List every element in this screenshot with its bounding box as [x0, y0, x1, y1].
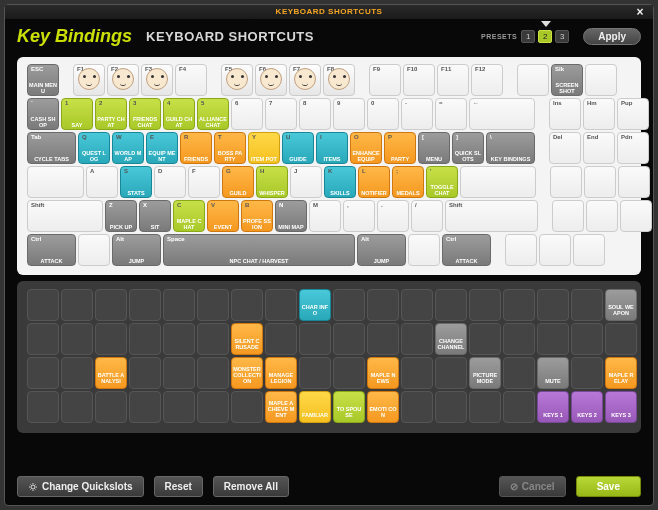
key-0[interactable]: 0 — [367, 98, 399, 130]
unbound-maple-achieve-ment[interactable]: MAPLE ACHIEVE MENT — [265, 391, 297, 423]
apply-button[interactable]: Apply — [583, 28, 641, 45]
key-G[interactable]: GGUILD — [222, 166, 254, 198]
key-3[interactable]: 3FRIENDS CHAT — [129, 98, 161, 130]
unbound-empty[interactable] — [469, 391, 501, 423]
unbound-empty[interactable] — [435, 391, 467, 423]
unbound-empty[interactable] — [231, 391, 263, 423]
key-blank[interactable] — [552, 200, 584, 232]
preset-slot-3[interactable]: 3 — [555, 30, 569, 43]
unbound-empty[interactable] — [163, 357, 195, 389]
unbound-empty[interactable] — [163, 289, 195, 321]
key-Ctrl[interactable]: CtrlATTACK — [27, 234, 76, 266]
unbound-empty[interactable] — [401, 391, 433, 423]
unbound-empty[interactable] — [197, 289, 229, 321]
key-F4[interactable]: F4 — [175, 64, 207, 96]
key-Alt[interactable]: AltJUMP — [357, 234, 406, 266]
unbound-empty[interactable] — [129, 323, 161, 355]
unbound-keys-3[interactable]: KEYS 3 — [605, 391, 637, 423]
key-blank[interactable] — [586, 200, 618, 232]
key-F10[interactable]: F10 — [403, 64, 435, 96]
unbound-empty[interactable] — [299, 357, 331, 389]
key-F9[interactable]: F9 — [369, 64, 401, 96]
unbound-empty[interactable] — [95, 391, 127, 423]
key-blank[interactable] — [620, 200, 652, 232]
key-K[interactable]: KSKILLS — [324, 166, 356, 198]
key-[[interactable]: [MENU — [418, 132, 450, 164]
unbound-silent-crusade[interactable]: SILENT CRUSADE — [231, 323, 263, 355]
key-E[interactable]: EEQUIP MENT — [146, 132, 178, 164]
unbound-empty[interactable] — [27, 357, 59, 389]
key-.[interactable]: . — [377, 200, 409, 232]
key-8[interactable]: 8 — [299, 98, 331, 130]
unbound-monster-collection[interactable]: MONSTER COLLECTION — [231, 357, 263, 389]
key-X[interactable]: XSIT — [139, 200, 171, 232]
key-Shift[interactable]: Shift — [27, 200, 103, 232]
key-R[interactable]: RFRIENDS — [180, 132, 212, 164]
unbound-empty[interactable] — [129, 289, 161, 321]
unbound-manage-legion[interactable]: MANAGE LEGION — [265, 357, 297, 389]
key-F8[interactable]: F8 — [323, 64, 355, 96]
key-Del[interactable]: Del — [549, 132, 581, 164]
unbound-familiar[interactable]: FAMILIAR — [299, 391, 331, 423]
unbound-empty[interactable] — [61, 289, 93, 321]
unbound-empty[interactable] — [299, 323, 331, 355]
unbound-change-channel[interactable]: CHANGE CHANNEL — [435, 323, 467, 355]
unbound-empty[interactable] — [401, 323, 433, 355]
unbound-empty[interactable] — [129, 391, 161, 423]
key-1[interactable]: 1SAY — [61, 98, 93, 130]
key-J[interactable]: J — [290, 166, 322, 198]
unbound-empty[interactable] — [435, 289, 467, 321]
unbound-empty[interactable] — [95, 323, 127, 355]
key-7[interactable]: 7 — [265, 98, 297, 130]
key-\[interactable]: \KEY BINDINGS — [486, 132, 535, 164]
key-End[interactable]: End — [583, 132, 615, 164]
unbound-empty[interactable] — [95, 289, 127, 321]
unbound-empty[interactable] — [197, 357, 229, 389]
key-Pup[interactable]: Pup — [617, 98, 649, 130]
key-`[interactable]: `CASH SHOP — [27, 98, 59, 130]
key-blank[interactable] — [539, 234, 571, 266]
unbound-maple-news[interactable]: MAPLE NEWS — [367, 357, 399, 389]
unbound-empty[interactable] — [537, 289, 569, 321]
unbound-empty[interactable] — [197, 391, 229, 423]
unbound-empty[interactable] — [61, 357, 93, 389]
unbound-picture-mode[interactable]: PICTURE MODE — [469, 357, 501, 389]
unbound-empty[interactable] — [333, 289, 365, 321]
unbound-empty[interactable] — [571, 357, 603, 389]
key-←[interactable]: ← — [469, 98, 535, 130]
unbound-empty[interactable] — [605, 323, 637, 355]
unbound-empty[interactable] — [503, 323, 535, 355]
key-blank[interactable] — [27, 166, 84, 198]
key-V[interactable]: VEVENT — [207, 200, 239, 232]
key-Ins[interactable]: Ins — [549, 98, 581, 130]
unbound-empty[interactable] — [265, 323, 297, 355]
unbound-empty[interactable] — [401, 357, 433, 389]
key-9[interactable]: 9 — [333, 98, 365, 130]
key-Hm[interactable]: Hm — [583, 98, 615, 130]
unbound-keys-1[interactable]: KEYS 1 — [537, 391, 569, 423]
save-button[interactable]: Save — [576, 476, 641, 497]
key-blank[interactable] — [517, 64, 549, 96]
key-blank[interactable] — [573, 234, 605, 266]
key-6[interactable]: 6 — [231, 98, 263, 130]
key-M[interactable]: M — [309, 200, 341, 232]
unbound-mute[interactable]: MUTE — [537, 357, 569, 389]
unbound-empty[interactable] — [27, 289, 59, 321]
unbound-char-info[interactable]: CHAR INFO — [299, 289, 331, 321]
key-ESC[interactable]: ESCMAIN MENU — [27, 64, 59, 96]
key-;[interactable]: ;MEDALS — [392, 166, 424, 198]
unbound-empty[interactable] — [367, 323, 399, 355]
key-C[interactable]: CMAPLE CHAT — [173, 200, 205, 232]
key-blank[interactable] — [585, 64, 617, 96]
key-S[interactable]: SSTATS — [120, 166, 152, 198]
key-U[interactable]: UGUIDE — [282, 132, 314, 164]
cancel-button[interactable]: ⊘ Cancel — [499, 476, 566, 497]
unbound-soul-weapon[interactable]: SOUL WEAPON — [605, 289, 637, 321]
key-blank[interactable] — [505, 234, 537, 266]
close-icon[interactable]: × — [633, 7, 647, 21]
key-Ctrl[interactable]: CtrlATTACK — [442, 234, 491, 266]
unbound-empty[interactable] — [333, 323, 365, 355]
key-blank[interactable] — [78, 234, 110, 266]
unbound-empty[interactable] — [231, 289, 263, 321]
key-I[interactable]: IITEMS — [316, 132, 348, 164]
